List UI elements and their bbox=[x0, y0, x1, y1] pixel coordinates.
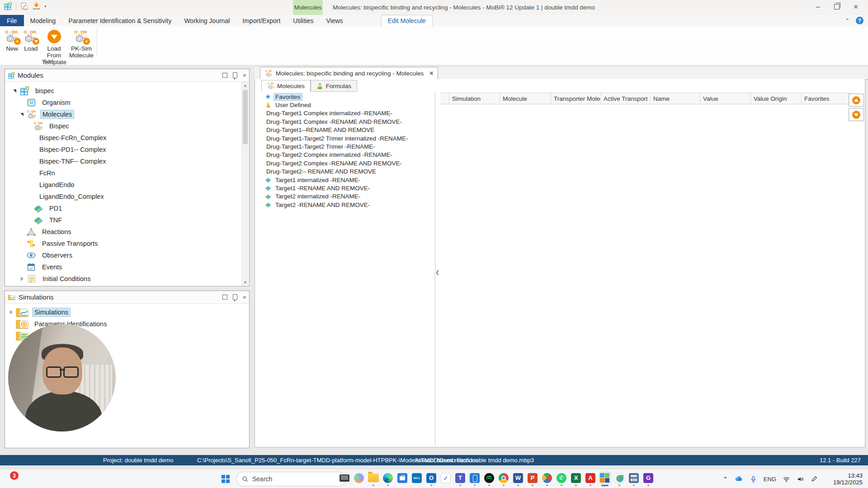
spotify-icon[interactable] bbox=[484, 472, 495, 483]
tree-item-bispec-molecule[interactable]: Bispec bbox=[5, 120, 249, 132]
list-item[interactable]: Drug-Target2-- RENAME AND REMOVE bbox=[259, 168, 435, 176]
tree-item-pd1[interactable]: PD1 bbox=[5, 202, 249, 214]
dell-icon[interactable]: DELL bbox=[411, 472, 423, 483]
move-down-button[interactable] bbox=[849, 108, 864, 121]
list-item[interactable]: Drug-Target1-Target2 Trimer internalized… bbox=[259, 134, 435, 142]
clock[interactable]: 13:43 19/12/2025 bbox=[824, 472, 863, 486]
tree-item-molecules[interactable]: Molecules bbox=[5, 108, 249, 120]
excel-icon[interactable]: X bbox=[571, 472, 582, 483]
minimize-button[interactable]: – bbox=[808, 0, 827, 14]
list-item[interactable]: Drug-Target2 Complex internalized -RENAM… bbox=[259, 151, 435, 159]
notification-badge[interactable]: 3 bbox=[10, 471, 19, 480]
mobi-app-icon[interactable] bbox=[4, 2, 12, 10]
microphone-icon[interactable] bbox=[750, 475, 757, 483]
file-explorer-icon[interactable] bbox=[368, 472, 379, 483]
restore-button[interactable] bbox=[827, 0, 846, 14]
language-indicator[interactable]: ENG bbox=[764, 476, 776, 483]
hidden-icons-chevron-icon[interactable]: ⌃ bbox=[723, 476, 728, 483]
g-app-icon[interactable]: G bbox=[643, 472, 654, 483]
column-active-transport[interactable]: Active Transport bbox=[601, 93, 651, 104]
tab-views[interactable]: Views bbox=[320, 15, 349, 26]
mobi-taskbar-icon[interactable] bbox=[599, 472, 611, 483]
reload-project-icon[interactable] bbox=[20, 2, 28, 10]
list-item[interactable]: Drug-Target1--RENAME AND REMOVE bbox=[259, 126, 435, 134]
tree-item-simulations[interactable]: Simulations bbox=[5, 306, 249, 318]
chrome-icon[interactable] bbox=[498, 472, 509, 483]
context-tab-header[interactable]: Molecules bbox=[293, 0, 323, 15]
tree-item-organism[interactable]: Organism bbox=[5, 97, 249, 108]
tree-item-ligandendo-complex[interactable]: LigandEndo_Complex bbox=[5, 191, 249, 202]
qat-customize-chevron-icon[interactable]: ▾ bbox=[44, 4, 47, 9]
store-icon[interactable] bbox=[397, 472, 408, 483]
column-simulation[interactable]: Simulation bbox=[449, 93, 500, 104]
subtab-formulas[interactable]: Formulas bbox=[311, 80, 357, 92]
list-item[interactable]: Drug-Target2 Complex -RENAME AND REMOVE- bbox=[259, 159, 435, 167]
tree-item-bispec[interactable]: bispec bbox=[5, 85, 249, 97]
start-button[interactable] bbox=[222, 475, 230, 483]
outlook-icon[interactable]: O bbox=[426, 472, 437, 483]
pin-panel-icon[interactable] bbox=[233, 72, 237, 78]
powerpoint-icon[interactable]: P bbox=[527, 472, 538, 483]
tree-item-fcrn[interactable]: FcRn bbox=[5, 167, 249, 179]
tree-item-tnf[interactable]: TNF bbox=[5, 214, 249, 226]
expander-icon[interactable] bbox=[19, 112, 25, 117]
tree-item-events[interactable]: Events bbox=[5, 261, 249, 273]
teams-icon[interactable]: T bbox=[455, 472, 466, 483]
subtab-molecules[interactable]: Molecules bbox=[261, 80, 311, 92]
word-icon[interactable]: W bbox=[513, 472, 524, 483]
scrollbar-thumb[interactable] bbox=[243, 90, 248, 144]
scroll-up-icon[interactable]: ▲ bbox=[242, 82, 249, 89]
tree-item-initial-conditions[interactable]: Initial Conditions bbox=[5, 273, 249, 285]
help-icon[interactable]: ? bbox=[856, 17, 863, 24]
close-button[interactable]: × bbox=[846, 0, 865, 14]
tree-item-bispec-tnf-complex[interactable]: Bispec-TNF-- Complex bbox=[5, 155, 249, 167]
tab-edit-molecule[interactable]: Edit Molecule bbox=[381, 15, 433, 26]
column-value-origin[interactable]: Value Origin bbox=[751, 93, 802, 104]
list-item[interactable]: Target1 -RENAME AND REMOVE- bbox=[259, 184, 435, 192]
list-item-favorites[interactable]: ★Favorites bbox=[259, 93, 435, 101]
calculator-icon[interactable] bbox=[628, 472, 640, 483]
pin-panel-icon[interactable] bbox=[233, 294, 237, 300]
modules-tree-scrollbar[interactable]: ▲ ▼ bbox=[241, 82, 249, 286]
tree-item-reactions[interactable]: Reactions bbox=[5, 226, 249, 238]
column-molecule[interactable]: Molecule bbox=[500, 93, 551, 104]
save-project-icon[interactable] bbox=[32, 2, 41, 10]
list-item[interactable]: Target2 internalized -RENAME- bbox=[259, 192, 435, 201]
todo-icon[interactable]: ✓ bbox=[440, 472, 452, 483]
copilot-icon[interactable] bbox=[354, 472, 365, 483]
volume-icon[interactable] bbox=[797, 475, 804, 483]
tab-import-export[interactable]: Import/Export bbox=[236, 15, 287, 26]
expander-icon[interactable] bbox=[9, 310, 14, 315]
scroll-down-icon[interactable]: ▼ bbox=[242, 279, 249, 286]
column-name[interactable]: Name bbox=[651, 93, 700, 104]
tree-item-ligandendo[interactable]: LigandEndo bbox=[5, 179, 249, 191]
move-up-button[interactable] bbox=[849, 94, 864, 107]
tab-working-journal[interactable]: Working Journal bbox=[178, 15, 236, 26]
wifi-icon[interactable] bbox=[783, 475, 790, 483]
pen-icon[interactable] bbox=[811, 475, 818, 483]
tree-item-bispec-fcrn-complex[interactable]: Bispec-FcRn_Complex bbox=[5, 132, 249, 144]
splitter-collapse-button[interactable]: ❮ bbox=[435, 265, 440, 279]
acrobat-icon[interactable]: A bbox=[585, 472, 596, 483]
phone-link-icon[interactable] bbox=[469, 472, 481, 483]
document-tab-molecules[interactable]: Molecules: bispecific binding and recycl… bbox=[260, 67, 438, 79]
tab-file[interactable]: File bbox=[0, 15, 24, 26]
expander-icon[interactable] bbox=[19, 276, 25, 282]
column-transporter-molecule[interactable]: Transporter Molecu... bbox=[551, 93, 601, 104]
tab-parameter-identification[interactable]: Parameter Identification & Sensitivity bbox=[62, 15, 178, 26]
column-favorites[interactable]: Favorites bbox=[802, 93, 850, 104]
close-panel-icon[interactable]: × bbox=[243, 294, 246, 301]
list-item[interactable]: Target1 internalized -RENAME- bbox=[259, 176, 435, 184]
list-item-user-defined[interactable]: User Defined bbox=[259, 101, 435, 109]
tree-item-observers[interactable]: Observers bbox=[5, 249, 249, 261]
collapse-ribbon-icon[interactable]: ⌃ bbox=[845, 18, 849, 24]
tree-item-passive-transports[interactable]: Passive Transports bbox=[5, 238, 249, 249]
list-item[interactable]: Drug-Target1-Target2 Trimer -RENAME- bbox=[259, 142, 435, 150]
device-icon[interactable] bbox=[339, 472, 350, 483]
close-tab-icon[interactable]: × bbox=[429, 70, 433, 77]
column-value[interactable]: Value bbox=[700, 93, 751, 104]
maximize-panel-icon[interactable] bbox=[222, 73, 227, 78]
expander-icon[interactable] bbox=[12, 88, 18, 94]
tab-modeling[interactable]: Modeling bbox=[24, 15, 62, 26]
pinwheel-app-icon[interactable] bbox=[542, 472, 553, 483]
